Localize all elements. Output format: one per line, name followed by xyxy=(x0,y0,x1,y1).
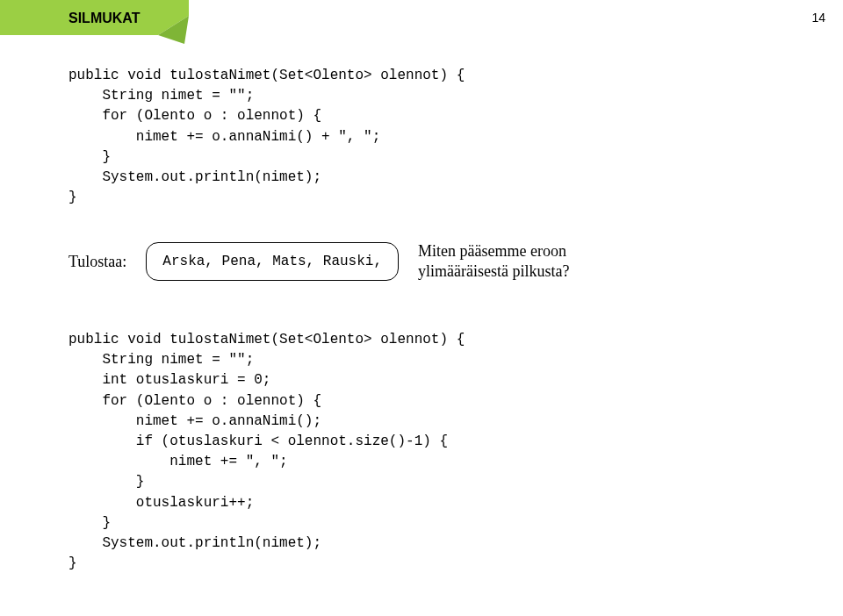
header-tab-label: SILMUKAT xyxy=(68,11,140,26)
code2-l5: nimet += o.annaNimi(); xyxy=(68,413,321,429)
code2-l11: System.out.println(nimet); xyxy=(68,535,321,551)
output-label: Tulostaa: xyxy=(68,253,126,271)
code1-l3: for (Olento o : olennot) { xyxy=(68,108,321,124)
code1-l6: System.out.println(nimet); xyxy=(68,169,321,185)
code2-l2: String nimet = ""; xyxy=(68,352,254,368)
page-number: 14 xyxy=(811,11,825,25)
code1-l4: nimet += o.annaNimi() + ", "; xyxy=(68,129,380,145)
code1-l5: } xyxy=(68,149,111,165)
header-tab-shape xyxy=(0,0,202,53)
code-block-2: public void tulostaNimet(Set<Olento> ole… xyxy=(68,330,465,574)
question-line2: ylimääräisestä pilkusta? xyxy=(418,262,569,280)
code1-l2: String nimet = ""; xyxy=(68,88,254,104)
code-block-1: public void tulostaNimet(Set<Olento> ole… xyxy=(68,66,465,208)
question-line1: Miten pääsemme eroon xyxy=(418,242,566,260)
code2-l4: for (Olento o : olennot) { xyxy=(68,393,321,409)
code2-l7: nimet += ", "; xyxy=(68,454,288,469)
code2-l8: } xyxy=(68,474,144,490)
code1-l7: } xyxy=(68,190,77,205)
output-row: Tulostaa: Arska, Pena, Mats, Rauski, Mit… xyxy=(68,241,569,283)
code2-l3: int otuslaskuri = 0; xyxy=(68,372,270,388)
code2-l6: if (otuslaskuri < olennot.size()-1) { xyxy=(68,433,448,449)
question-text: Miten pääsemme eroon ylimääräisestä pilk… xyxy=(418,241,569,283)
code2-l9: otuslaskuri++; xyxy=(68,495,254,511)
output-box: Arska, Pena, Mats, Rauski, xyxy=(146,242,399,281)
code2-l12: } xyxy=(68,555,77,571)
code2-l10: } xyxy=(68,515,111,531)
code2-l1: public void tulostaNimet(Set<Olento> ole… xyxy=(68,332,465,347)
code1-l1: public void tulostaNimet(Set<Olento> ole… xyxy=(68,68,465,83)
